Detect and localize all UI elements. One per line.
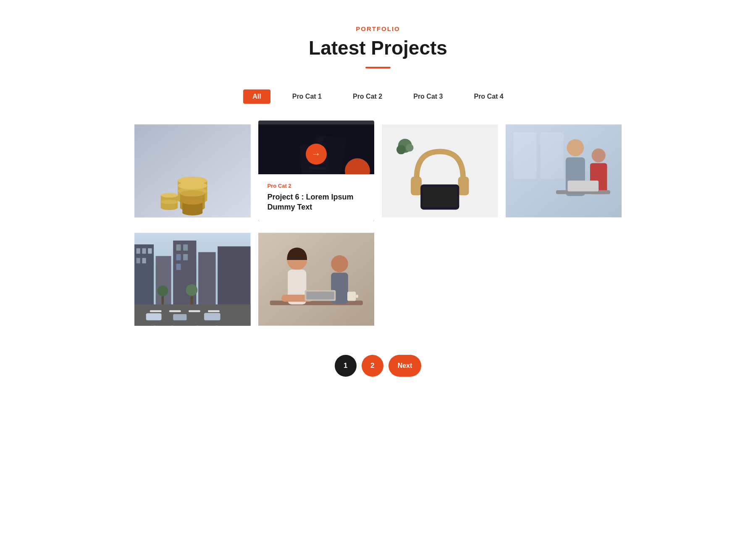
svg-point-15 <box>161 193 178 198</box>
svg-point-69 <box>186 284 198 296</box>
svg-point-33 <box>567 139 584 156</box>
filter-tab-cat1[interactable]: Pro Cat 1 <box>283 89 331 104</box>
svg-rect-78 <box>306 291 334 299</box>
svg-rect-49 <box>142 248 146 254</box>
svg-rect-40 <box>513 132 536 179</box>
svg-rect-50 <box>148 248 152 254</box>
page-wrapper: PORTFOLIO Latest Projects All Pro Cat 1 … <box>126 0 630 410</box>
filter-tab-all[interactable]: All <box>243 89 270 104</box>
svg-rect-26 <box>458 177 469 195</box>
svg-point-9 <box>180 190 205 197</box>
arrow-right-icon: → <box>312 149 321 160</box>
svg-rect-64 <box>173 314 186 320</box>
filter-tab-cat3[interactable]: Pro Cat 3 <box>404 89 452 104</box>
svg-rect-52 <box>142 258 146 263</box>
svg-rect-61 <box>189 310 200 312</box>
section-title: Latest Projects <box>134 37 622 59</box>
card-info-box: Pro Cat 2 Project 6 : Lorem Ipsum Dummy … <box>258 174 375 221</box>
svg-rect-51 <box>136 258 140 263</box>
svg-rect-28 <box>423 186 457 207</box>
svg-point-16 <box>161 199 178 204</box>
page-button-1[interactable]: 1 <box>335 355 357 377</box>
card-title: Project 6 : Lorem Ipsum Dummy Text <box>268 192 365 212</box>
empty-col-3 <box>382 229 498 330</box>
svg-rect-41 <box>540 132 563 179</box>
project-card-city[interactable] <box>134 229 251 330</box>
svg-rect-48 <box>136 248 140 254</box>
svg-rect-57 <box>176 264 181 270</box>
svg-rect-59 <box>150 310 162 312</box>
svg-point-35 <box>591 149 605 163</box>
svg-rect-55 <box>176 254 181 260</box>
title-underline <box>365 67 391 68</box>
svg-rect-79 <box>347 291 355 301</box>
svg-rect-25 <box>411 177 422 195</box>
svg-rect-38 <box>567 181 598 191</box>
project-card-meeting2[interactable] <box>258 229 375 330</box>
filter-tab-cat4[interactable]: Pro Cat 4 <box>465 89 512 104</box>
project-card-headphones[interactable] <box>382 121 498 221</box>
filter-tab-cat2[interactable]: Pro Cat 2 <box>344 89 391 104</box>
svg-rect-54 <box>183 244 188 251</box>
svg-point-6 <box>178 182 207 189</box>
svg-point-30 <box>396 145 406 154</box>
svg-rect-56 <box>183 254 188 260</box>
svg-rect-62 <box>208 310 220 312</box>
svg-rect-60 <box>169 310 181 312</box>
page-button-next[interactable]: Next <box>388 355 422 377</box>
pagination: 1 2 Next <box>134 355 622 377</box>
svg-point-75 <box>331 255 348 273</box>
card-arrow-button[interactable]: → <box>306 144 327 165</box>
empty-col-4 <box>506 229 622 330</box>
card-category: Pro Cat 2 <box>268 183 365 189</box>
projects-grid-row1: → Pro Cat 2 Project 6 : Lorem Ipsum Dumm… <box>134 121 622 221</box>
svg-rect-53 <box>176 244 181 251</box>
filter-tabs: All Pro Cat 1 Pro Cat 2 Pro Cat 3 Pro Ca… <box>134 89 622 104</box>
svg-point-67 <box>157 286 168 296</box>
svg-point-12 <box>182 199 202 205</box>
svg-rect-70 <box>258 233 375 325</box>
projects-grid-row2 <box>134 229 622 330</box>
section-header: PORTFOLIO Latest Projects <box>134 25 622 68</box>
section-label: PORTFOLIO <box>134 25 622 32</box>
svg-point-31 <box>406 144 413 151</box>
svg-rect-63 <box>146 313 162 320</box>
svg-rect-65 <box>204 313 220 320</box>
project-card-project6[interactable]: → Pro Cat 2 Project 6 : Lorem Ipsum Dumm… <box>258 121 375 221</box>
project-card-meeting1[interactable] <box>506 121 622 221</box>
page-button-2[interactable]: 2 <box>362 355 383 377</box>
svg-rect-80 <box>356 295 358 298</box>
project-card-coins[interactable] <box>134 121 251 221</box>
